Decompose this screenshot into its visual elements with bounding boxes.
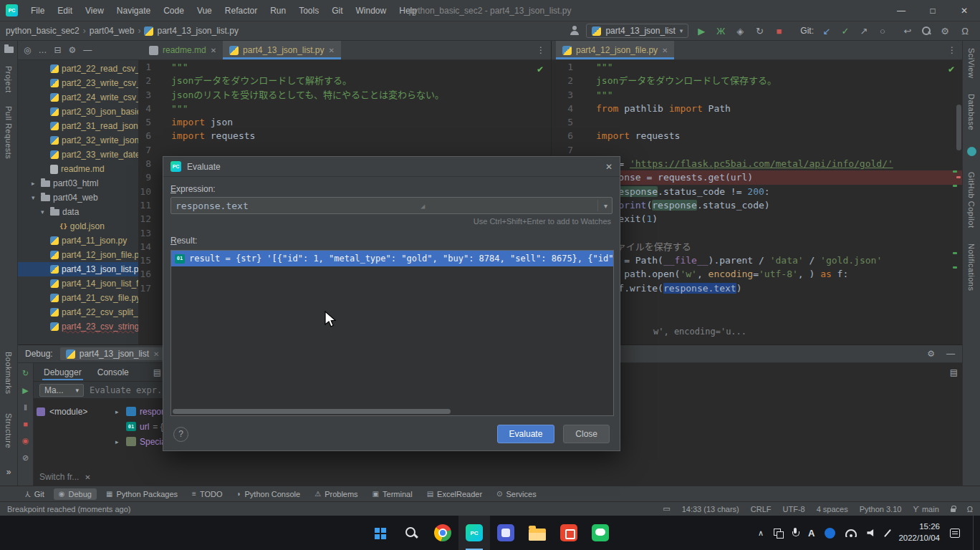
tree-item-gold-json[interactable]: {}gold.json xyxy=(18,219,138,233)
red-app[interactable] xyxy=(553,516,585,550)
toolwindow-button-bookmarks[interactable]: Bookmarks xyxy=(4,352,13,395)
settings-icon[interactable]: ⚙ xyxy=(938,26,951,37)
toolwindow-debug[interactable]: ◉Debug xyxy=(54,488,97,500)
debug-bug-icon[interactable]: Ж xyxy=(714,26,727,37)
toolwindow-problems[interactable]: ⚠Problems xyxy=(309,488,362,500)
breadcrumb-item[interactable]: part4_13_json_list.py xyxy=(157,26,238,36)
ime-mode-indicator[interactable]: A xyxy=(808,528,815,539)
tray-blue-app-icon[interactable] xyxy=(825,528,835,539)
microphone-icon[interactable] xyxy=(792,528,798,538)
profile-icon[interactable] xyxy=(570,26,580,36)
tree-item-part2-32-write-json-py[interactable]: part2_32_write_json.py xyxy=(18,133,138,148)
stop-icon[interactable]: ■ xyxy=(772,26,785,37)
tree-item-part04-web[interactable]: ▾part04_web xyxy=(18,190,138,205)
editor-tab-part4-12-json-file-py[interactable]: part4_12_json_file.py✕ xyxy=(556,41,674,59)
status-utf-8[interactable]: UTF-8 xyxy=(783,505,805,513)
debug-tab-console[interactable]: Console xyxy=(96,365,130,380)
search-everywhere-icon[interactable] xyxy=(921,26,931,36)
tree-item-part03-html[interactable]: ▸part03_html xyxy=(18,176,138,190)
tree-item-part4-11-json-py[interactable]: part4_11_json.py xyxy=(18,233,138,248)
tree-item-part2-30-json-basic-py[interactable]: part2_30_json_basic.py xyxy=(18,105,138,119)
expand-chevron-icon[interactable]: ▸ xyxy=(115,408,123,415)
tree-item-part2-22-read-csv-dict-[interactable]: part2_22_read_csv_dict. xyxy=(18,62,138,76)
pycharm-app[interactable]: PC xyxy=(458,516,490,550)
taskbar-clock[interactable]: 15:26 2022/10/04 xyxy=(898,521,940,544)
tree-item-part2-33-write-datetime[interactable]: part2_33_write_datetime xyxy=(18,148,138,162)
file-explorer-app[interactable] xyxy=(522,516,553,550)
tree-item-part4-22-csv-split-lines[interactable]: part4_22_csv_split_lines xyxy=(18,305,138,319)
action-center-icon[interactable] xyxy=(950,529,960,538)
commit-icon[interactable]: ✓ xyxy=(839,26,852,37)
tab-options-icon[interactable]: ⋮ xyxy=(942,41,962,59)
settings-icon[interactable]: ⚙ xyxy=(69,45,77,55)
tree-item-part4-14-json-list-file-p[interactable]: part4_14_json_list_file.p xyxy=(18,276,138,291)
tab-close-icon[interactable]: ✕ xyxy=(329,47,335,54)
notifications-bell-icon[interactable]: Ω xyxy=(967,505,973,513)
result-row[interactable]: 01 result = {str} '[{"id": 1, "metal_typ… xyxy=(171,251,613,266)
toolwindow-button-pull-requests[interactable]: Pull Requests xyxy=(4,106,13,159)
menu-run[interactable]: Run xyxy=(264,3,292,19)
wifi-icon[interactable] xyxy=(845,529,857,537)
system-icons-cluster[interactable] xyxy=(774,529,782,537)
status-python-3-10[interactable]: Python 3.10 xyxy=(860,505,902,513)
tree-item-part2-31-read-json-py[interactable]: part2_31_read_json.py xyxy=(18,119,138,133)
editor-tab-readme-md[interactable]: readme.md✕ xyxy=(143,41,223,59)
breadcrumb-item[interactable]: python_basic_sec2 xyxy=(6,26,80,36)
tree-item-data[interactable]: ▾data xyxy=(18,205,138,219)
menu-refactor[interactable]: Refactor xyxy=(219,3,263,19)
toolwindow-button-database[interactable]: Database xyxy=(967,94,976,130)
view-breakpoints-icon[interactable]: ◉ xyxy=(22,436,29,445)
toolwindow-git[interactable]: ϒGit xyxy=(20,488,49,500)
close-session-icon[interactable]: ✕ xyxy=(153,350,159,358)
run-icon[interactable]: ▶ xyxy=(695,26,708,37)
tab-close-icon[interactable]: ✕ xyxy=(211,47,216,54)
editor-tab-part4-13-json-list-py[interactable]: part4_13_json_list.py✕ xyxy=(223,41,341,59)
hide-panel-icon[interactable]: — xyxy=(83,45,92,55)
threads-select[interactable]: Ma... ▾ xyxy=(39,384,84,397)
evaluate-expression-field[interactable]: Evaluate expr... xyxy=(90,385,173,395)
start-button[interactable] xyxy=(364,516,395,550)
pause-icon[interactable]: ‖ xyxy=(24,403,27,412)
toolwindow-button-project[interactable]: Project xyxy=(4,66,13,93)
stop-icon[interactable]: ■ xyxy=(23,420,28,428)
frame-row[interactable]: <module> xyxy=(37,404,114,419)
evaluate-button[interactable]: Evaluate xyxy=(497,425,555,443)
maximize-button[interactable]: □ xyxy=(917,0,948,21)
lock-icon[interactable] xyxy=(951,508,956,512)
code-area-right[interactable]: """jsonデータをダウンロードして保存する。"""from pathlib … xyxy=(583,60,962,344)
hidden-icons-chevron[interactable]: ∧ xyxy=(758,529,764,538)
close-button[interactable]: ✕ xyxy=(948,0,980,21)
combo-dropdown-icon[interactable]: ▾ xyxy=(597,200,607,211)
breadcrumb-item[interactable]: part04_web xyxy=(90,26,135,36)
tree-item-readme-md[interactable]: readme.md xyxy=(18,162,138,176)
rerun-icon[interactable]: ↻ xyxy=(753,26,766,37)
rerun-icon[interactable]: ↻ xyxy=(22,369,29,378)
tree-item-part4-21-csv-file-py[interactable]: part4_21_csv_file.py xyxy=(18,291,138,305)
toolwindow-python-packages[interactable]: ▦Python Packages xyxy=(101,488,183,500)
menu-tools[interactable]: Tools xyxy=(293,3,325,19)
memory-indicator-icon[interactable]: ▭ xyxy=(663,504,670,513)
tree-item-part4-12-json-file-py[interactable]: part4_12_json_file.py xyxy=(18,248,138,262)
close-button[interactable]: Close xyxy=(563,425,610,443)
debug-tab-debugger[interactable]: Debugger xyxy=(42,365,83,380)
expand-icon[interactable]: ◢ xyxy=(421,202,425,210)
green-app[interactable] xyxy=(585,516,616,550)
editor-scrollbar[interactable] xyxy=(956,105,961,150)
more-toolwindows-icon[interactable]: » xyxy=(6,467,11,477)
tab-close-icon[interactable]: ✕ xyxy=(662,47,668,54)
hide-panel-icon[interactable]: — xyxy=(946,349,955,359)
locate-file-icon[interactable]: ◎ xyxy=(24,45,31,55)
git-branch-widget[interactable]: ϒ main xyxy=(913,505,938,513)
pen-icon[interactable] xyxy=(884,529,891,536)
menu-edit[interactable]: Edit xyxy=(52,3,78,19)
update-project-icon[interactable]: ↙ xyxy=(820,26,833,37)
inspections-ok-icon[interactable]: ✔ xyxy=(948,64,955,74)
status-4-spaces[interactable]: 4 spaces xyxy=(817,505,848,513)
resume-icon[interactable]: ▶ xyxy=(22,386,28,395)
taskbar-search-button[interactable] xyxy=(395,516,427,550)
menu-code[interactable]: Code xyxy=(158,3,190,19)
toolwindow-todo[interactable]: ≡TODO xyxy=(187,488,227,500)
ci-status-icon[interactable]: ○ xyxy=(876,26,889,37)
minimize-button[interactable]: — xyxy=(885,0,917,21)
blue-app[interactable] xyxy=(490,516,522,550)
